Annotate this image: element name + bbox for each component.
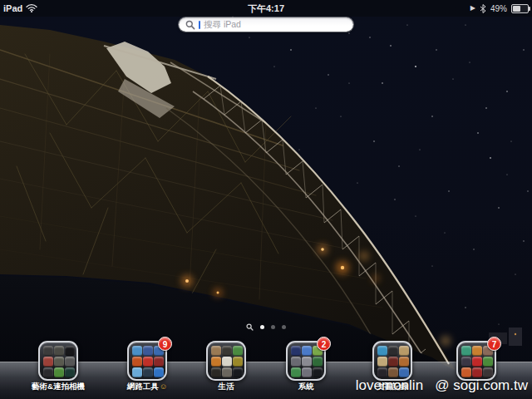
mini-app-icon xyxy=(211,357,221,367)
search-icon xyxy=(185,20,195,30)
mini-app-icon xyxy=(143,357,153,367)
mini-app-icon xyxy=(472,367,482,377)
mini-app-icon xyxy=(291,346,301,356)
dock-folder-art-camera[interactable]: 藝術&連拍相機 xyxy=(38,341,78,381)
dock-folder-network-tools[interactable]: 9 網路工具☺ xyxy=(127,341,167,381)
folder-label: 系統 xyxy=(298,382,314,392)
mini-app-icon xyxy=(388,367,398,377)
folder-icon-grid: 9 xyxy=(127,341,167,381)
mini-app-icon xyxy=(388,357,398,367)
folder-label: 藝術&連拍相機 xyxy=(32,382,85,392)
dock-folder-games[interactable]: 7 xyxy=(456,341,496,381)
page-dot-current[interactable] xyxy=(260,325,264,329)
mini-app-icon xyxy=(65,346,75,356)
mini-app-icon xyxy=(291,367,301,377)
mini-app-icon xyxy=(132,346,142,356)
dock-folder-life[interactable]: 生活 xyxy=(206,341,246,381)
mini-app-icon xyxy=(154,367,164,377)
clock-label: 下午4:17 xyxy=(248,2,284,15)
page-indicator xyxy=(0,323,532,331)
mini-app-icon xyxy=(143,346,153,356)
mini-app-icon xyxy=(233,367,243,377)
text-cursor xyxy=(199,21,200,29)
wallpaper-bridge-night xyxy=(0,0,532,399)
mini-app-icon xyxy=(483,367,493,377)
spotlight-search-input[interactable]: 搜尋 iPad xyxy=(179,17,353,32)
battery-percent: 49% xyxy=(490,4,507,13)
folder-icon-grid xyxy=(372,341,412,381)
mini-app-icon xyxy=(154,357,164,367)
mini-app-icon xyxy=(54,367,64,377)
battery-icon xyxy=(511,4,529,13)
mini-app-icon xyxy=(302,346,312,356)
mini-app-icon xyxy=(43,346,53,356)
mini-app-icon xyxy=(132,357,142,367)
folder-label: 生活 xyxy=(219,382,234,392)
mini-app-icon xyxy=(65,367,75,377)
mini-app-icon xyxy=(461,346,471,356)
mini-app-icon xyxy=(43,357,53,367)
folder-icon-grid: 7 xyxy=(456,341,496,381)
mini-app-icon xyxy=(211,367,221,377)
folder-icon-grid xyxy=(206,341,246,381)
page-dot[interactable] xyxy=(271,325,275,329)
mini-app-icon xyxy=(399,357,409,367)
folder-icon-grid: 2 xyxy=(286,341,326,381)
mini-app-icon xyxy=(313,367,323,377)
dock-folder-documents[interactable]: 文書記錄 xyxy=(372,341,412,381)
mini-app-icon xyxy=(472,346,482,356)
mini-app-icon xyxy=(54,346,64,356)
mini-app-icon xyxy=(399,367,409,377)
mini-app-icon xyxy=(222,367,232,377)
dock-folder-system[interactable]: 2 系統 xyxy=(286,341,326,381)
mini-app-icon xyxy=(143,367,153,377)
mini-app-icon xyxy=(222,357,232,367)
status-bar: iPad 下午4:17 ▶ 49% xyxy=(0,0,532,17)
mini-app-icon xyxy=(377,367,387,377)
mini-app-icon xyxy=(302,367,312,377)
spotlight-page-icon[interactable] xyxy=(246,323,254,331)
mini-app-icon xyxy=(211,346,221,356)
mini-app-icon xyxy=(291,357,301,367)
mini-app-icon xyxy=(483,357,493,367)
folder-label: 網路工具☺ xyxy=(127,382,168,392)
play-icon: ▶ xyxy=(470,5,475,12)
watermark: lovemonlin @ sogi.com.tw xyxy=(356,377,528,394)
folder-icon-grid xyxy=(38,341,78,381)
notification-badge: 2 xyxy=(317,337,331,351)
mini-app-icon xyxy=(222,346,232,356)
mini-app-icon xyxy=(54,357,64,367)
mini-app-icon xyxy=(472,357,482,367)
mini-app-icon xyxy=(302,357,312,367)
mini-app-icon xyxy=(313,357,323,367)
mini-app-icon xyxy=(65,357,75,367)
mini-app-icon xyxy=(43,367,53,377)
mini-app-icon xyxy=(399,346,409,356)
mini-app-icon xyxy=(233,357,243,367)
mini-app-icon xyxy=(132,367,142,377)
mini-app-icon xyxy=(377,346,387,356)
notification-badge: 7 xyxy=(487,337,501,351)
search-placeholder: 搜尋 iPad xyxy=(204,20,241,29)
notification-badge: 9 xyxy=(158,337,172,351)
mini-app-icon xyxy=(388,346,398,356)
mini-app-icon xyxy=(377,357,387,367)
mini-app-icon xyxy=(461,357,471,367)
mini-app-icon xyxy=(233,346,243,356)
mini-app-icon xyxy=(461,367,471,377)
smiley-emoji: ☺ xyxy=(160,382,168,391)
page-dot[interactable] xyxy=(282,325,286,329)
bluetooth-icon xyxy=(480,4,486,13)
